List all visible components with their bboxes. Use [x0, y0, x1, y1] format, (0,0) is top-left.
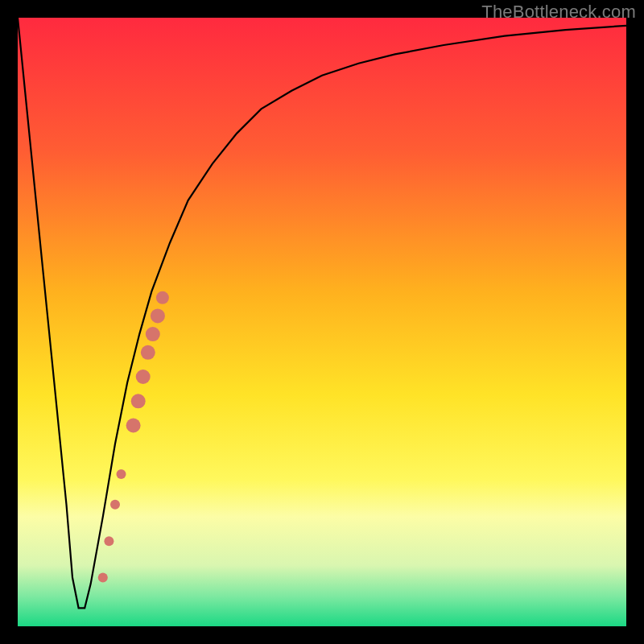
- watermark-label: TheBottleneck.com: [481, 2, 636, 23]
- highlight-point: [126, 419, 141, 433]
- highlight-point: [151, 308, 165, 323]
- plot-area: [18, 18, 626, 626]
- highlight-point: [104, 536, 114, 546]
- highlight-point: [110, 500, 120, 510]
- chart-frame: TheBottleneck.com: [0, 0, 644, 644]
- highlight-point: [146, 327, 160, 341]
- highlighted-segment: [98, 291, 169, 583]
- bottleneck-curve: [18, 18, 626, 608]
- curve-layer: [18, 18, 626, 626]
- highlight-point: [98, 573, 108, 583]
- highlight-point: [141, 345, 155, 360]
- highlight-point: [131, 394, 146, 408]
- highlight-point: [136, 369, 151, 384]
- highlight-point: [156, 291, 169, 304]
- highlight-point: [117, 469, 126, 479]
